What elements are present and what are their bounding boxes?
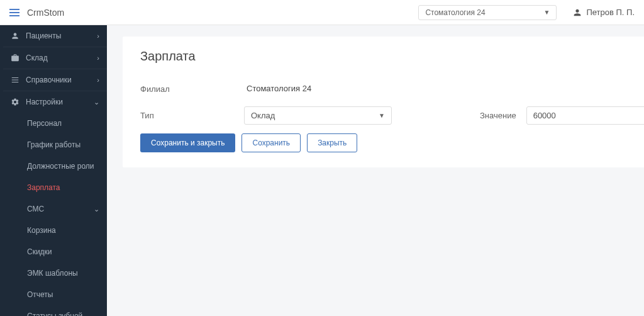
- sidebar-item-label: Отчеты: [27, 290, 53, 299]
- sidebar-item-label: Персонал: [27, 119, 62, 128]
- brand: CrmStom: [27, 8, 64, 18]
- sidebar-item-label: Должностные роли: [27, 162, 94, 171]
- sidebar-item-trash[interactable]: Корзина: [3, 220, 107, 241]
- sidebar-item-references[interactable]: Справочники ›: [3, 69, 107, 91]
- sidebar-item-sms[interactable]: СМС⌄: [3, 198, 107, 220]
- save-button[interactable]: Сохранить: [242, 133, 301, 152]
- branch-label: Филиал: [140, 84, 244, 94]
- sidebar-item-label: Зарплата: [27, 183, 60, 192]
- org-selector[interactable]: Стоматология 24 ▼: [418, 5, 557, 20]
- sidebar: Пациенты › Склад › Справочники › Настрой…: [3, 25, 107, 316]
- value-input[interactable]: [526, 106, 644, 125]
- sidebar-item-emc[interactable]: ЭМК шаблоны: [3, 262, 107, 284]
- sidebar-item-settings[interactable]: Настройки ⌄: [3, 91, 107, 113]
- user-icon: [572, 8, 582, 18]
- branch-select-value: Стоматология 24: [247, 84, 311, 93]
- save-close-button[interactable]: Сохранить и закрыть: [140, 133, 235, 152]
- warehouse-icon: [11, 54, 19, 62]
- references-icon: [11, 76, 19, 84]
- sidebar-item-reports[interactable]: Отчеты: [3, 284, 107, 305]
- user-menu[interactable]: Петров П. П.: [572, 8, 635, 18]
- sidebar-item-label: Скидки: [27, 247, 52, 256]
- type-select[interactable]: Оклад ▼: [244, 106, 392, 125]
- sidebar-item-label: График работы: [27, 140, 80, 149]
- chevron-down-icon: ⌄: [94, 98, 99, 106]
- gear-icon: [11, 98, 19, 106]
- sidebar-item-label: Пациенты: [26, 31, 61, 40]
- branch-select[interactable]: Стоматология 24 × ▼: [244, 80, 644, 98]
- sidebar-item-label: Склад: [26, 54, 48, 62]
- sidebar-item-warehouse[interactable]: Склад ›: [3, 47, 107, 69]
- patients-icon: [11, 31, 19, 40]
- chevron-right-icon: ›: [97, 76, 99, 84]
- sidebar-item-label: Статусы зубной карты: [27, 312, 99, 316]
- hamburger-icon[interactable]: [9, 9, 19, 16]
- chevron-down-icon: ▼: [543, 9, 550, 16]
- org-selector-value: Стоматология 24: [425, 8, 485, 17]
- sidebar-item-label: СМС: [27, 205, 44, 213]
- sidebar-item-label: Корзина: [27, 226, 56, 235]
- chevron-down-icon: ▼: [379, 112, 385, 119]
- sidebar-item-label: ЭМК шаблоны: [27, 269, 78, 278]
- sidebar-item-label: Справочники: [26, 76, 72, 84]
- chevron-right-icon: ›: [97, 32, 99, 40]
- sidebar-item-staff[interactable]: Персонал: [3, 113, 107, 134]
- main-content: Зарплата Филиал Стоматология 24 × ▼ Тип: [107, 25, 644, 316]
- sidebar-item-label: Настройки: [26, 98, 63, 106]
- user-name: Петров П. П.: [586, 8, 635, 17]
- sidebar-item-dental-statuses[interactable]: Статусы зубной карты: [3, 305, 107, 316]
- sidebar-item-salary[interactable]: Зарплата: [3, 177, 107, 198]
- type-label: Тип: [140, 111, 244, 120]
- chevron-down-icon: ⌄: [94, 205, 99, 213]
- sidebar-item-roles[interactable]: Должностные роли: [3, 155, 107, 177]
- sidebar-item-schedule[interactable]: График работы: [3, 134, 107, 155]
- value-label: Значение: [480, 111, 516, 120]
- sidebar-item-discounts[interactable]: Скидки: [3, 241, 107, 262]
- chevron-right-icon: ›: [97, 54, 99, 62]
- page-title: Зарплата: [140, 49, 644, 64]
- type-select-value: Оклад: [251, 111, 275, 120]
- close-button[interactable]: Закрыть: [307, 133, 357, 152]
- topbar: CrmStom Стоматология 24 ▼ Петров П. П.: [0, 0, 644, 25]
- sidebar-item-patients[interactable]: Пациенты ›: [3, 25, 107, 47]
